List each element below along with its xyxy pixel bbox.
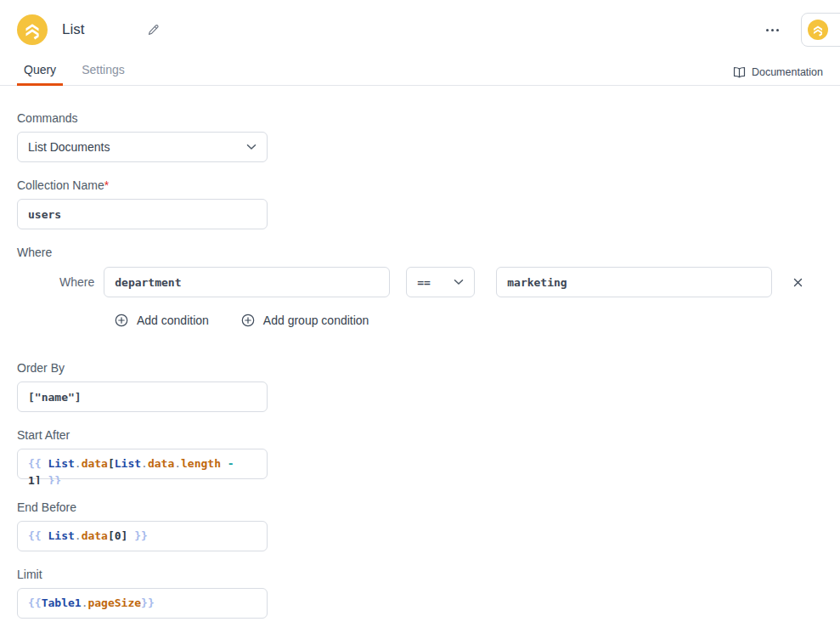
order-by-label: Order By [17, 361, 823, 375]
where-operator-value: == [417, 276, 431, 289]
collection-name-label: Collection Name* [17, 178, 823, 192]
where-condition-row: Where department == marketing [59, 267, 823, 297]
limit-label: Limit [17, 568, 823, 581]
datasource-button[interactable] [801, 13, 840, 47]
where-key-value: department [115, 276, 181, 289]
query-title: List [62, 21, 84, 38]
query-form: Commands List Documents Collection Name*… [0, 86, 840, 619]
tab-query[interactable]: Query [17, 63, 63, 86]
commands-field: Commands List Documents [17, 111, 823, 162]
ellipsis-icon [776, 29, 779, 31]
more-menu-button[interactable] [763, 24, 782, 37]
start-after-input[interactable]: {{ List.data[List.data.length -1] }} [17, 449, 268, 479]
where-value-value: marketing [507, 276, 567, 289]
collection-name-label-text: Collection Name [17, 178, 104, 192]
add-condition-label: Add condition [137, 314, 209, 327]
start-after-clip: {{ List.data[List.data.length -1] }} [17, 449, 823, 484]
collection-name-field: Collection Name* users [17, 178, 823, 229]
ellipsis-icon [771, 29, 774, 31]
commands-label: Commands [17, 111, 823, 125]
where-actions-row: Add condition Add group condition [115, 314, 823, 327]
documentation-link[interactable]: Documentation [733, 66, 823, 85]
order-by-input[interactable]: ["name"] [17, 381, 268, 412]
open-book-icon [733, 66, 746, 78]
where-operator-dropdown[interactable]: == [406, 267, 475, 297]
datasource-logo-icon [17, 14, 48, 45]
where-value-input[interactable]: marketing [496, 267, 772, 297]
where-section-label: Where [17, 246, 823, 259]
ellipsis-icon [766, 29, 769, 31]
collection-name-value: users [28, 208, 61, 221]
add-condition-button[interactable]: Add condition [115, 314, 209, 327]
tab-settings[interactable]: Settings [75, 63, 132, 86]
documentation-label: Documentation [752, 66, 823, 78]
commands-dropdown[interactable]: List Documents [17, 132, 268, 162]
order-by-field: Order By ["name"] [17, 361, 823, 412]
edit-name-button[interactable] [147, 24, 160, 37]
chevron-down-icon [454, 279, 464, 285]
query-header: List [0, 0, 840, 59]
datasource-mini-logo-icon [808, 20, 828, 40]
end-before-input[interactable]: {{ List.data[0] }} [17, 521, 268, 551]
commands-value: List Documents [28, 140, 110, 154]
remove-condition-button[interactable] [792, 277, 803, 288]
limit-input[interactable]: {{Table1.pageSize}} [17, 588, 268, 619]
order-by-value: ["name"] [28, 391, 82, 404]
end-before-field: End Before {{ List.data[0] }} [17, 500, 823, 551]
required-marker: * [104, 178, 109, 192]
where-key-input[interactable]: department [104, 267, 390, 297]
limit-field: Limit {{Table1.pageSize}} [17, 568, 823, 619]
chevron-down-icon [246, 144, 257, 150]
where-row-label: Where [59, 275, 94, 289]
editor-tabbar: Query Settings Documentation [0, 59, 840, 86]
circle-plus-icon [241, 314, 255, 327]
circle-plus-icon [115, 314, 128, 327]
start-after-field: Start After {{ List.data[List.data.lengt… [17, 428, 823, 484]
add-group-condition-label: Add group condition [263, 314, 369, 327]
end-before-label: End Before [17, 500, 823, 514]
collection-name-input[interactable]: users [17, 199, 268, 229]
add-group-condition-button[interactable]: Add group condition [241, 314, 369, 327]
start-after-label: Start After [17, 428, 823, 442]
where-section: Where Where department == marketing [17, 246, 823, 327]
